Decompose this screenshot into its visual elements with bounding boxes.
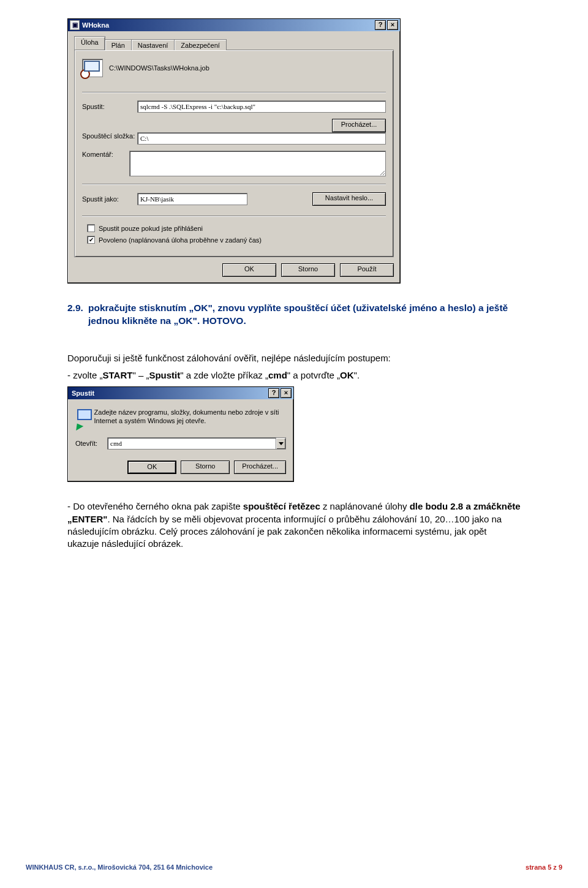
run-dialog: Spustit ? × Zadejte název programu, slož… <box>67 386 294 482</box>
checkbox-only-logged[interactable] <box>87 224 95 232</box>
run-close-button[interactable]: × <box>281 388 292 398</box>
task-app-icon <box>82 59 103 77</box>
run-titlebar[interactable]: Spustit ? × <box>68 387 293 399</box>
runas-input[interactable] <box>137 193 247 205</box>
comment-input[interactable] <box>129 151 386 176</box>
label-only-logged: Spustit pouze pokud jste přihlášeni <box>99 225 203 232</box>
run-browse-button[interactable]: Procházet... <box>234 461 286 474</box>
chevron-down-icon <box>279 441 284 446</box>
doc-para-bullet: - zvolte „START" – „Spustit" a zde vložt… <box>67 369 521 382</box>
tab-settings[interactable]: Nastavení <box>131 39 175 50</box>
apply-button[interactable]: Použít <box>340 263 394 277</box>
run-description: Zadejte název programu, složky, dokument… <box>94 408 286 425</box>
doc-step-heading: 2.9. pokračujte stisknutím „OK", znovu v… <box>67 302 521 328</box>
divider <box>82 184 386 185</box>
task-title: WHokna <box>82 21 109 29</box>
label-startfolder: Spouštěcí složka: <box>82 132 137 140</box>
divider <box>82 216 386 217</box>
tab-security[interactable]: Zabezpečení <box>174 39 227 50</box>
doc-para-after: - Do otevřeného černého okna pak zapište… <box>67 500 521 550</box>
help-button[interactable]: ? <box>375 20 386 30</box>
label-open: Otevřít: <box>75 440 107 447</box>
label-comment: Komentář: <box>82 151 129 158</box>
svg-marker-0 <box>279 442 284 445</box>
task-dialog: ▣ WHokna ? × Úloha Plán Nastavení Zabezp… <box>67 18 401 284</box>
command-input[interactable] <box>137 100 386 113</box>
step-number: 2.9. <box>67 302 88 328</box>
run-title: Spustit <box>72 389 94 397</box>
page-footer: WINKHAUS CR, s.r.o., Mirošovická 704, 25… <box>0 864 588 871</box>
close-button[interactable]: × <box>387 20 398 30</box>
step-text: pokračujte stisknutím „OK", znovu vyplňt… <box>88 302 521 328</box>
label-run: Spustit: <box>82 103 137 110</box>
footer-page: strana 5 z 9 <box>526 864 562 871</box>
run-help-button[interactable]: ? <box>268 388 279 398</box>
tab-task[interactable]: Úloha <box>74 36 105 50</box>
run-icon <box>75 408 88 427</box>
task-title-icon: ▣ <box>70 20 80 30</box>
open-dropdown-button[interactable] <box>276 437 286 450</box>
browse-button[interactable]: Procházet... <box>332 119 386 132</box>
set-password-button[interactable]: Nastavit heslo... <box>312 192 386 206</box>
divider <box>82 92 386 93</box>
ok-button[interactable]: OK <box>222 263 276 277</box>
start-folder-input[interactable] <box>137 132 386 145</box>
cancel-button[interactable]: Storno <box>281 263 335 277</box>
run-cancel-button[interactable]: Storno <box>181 461 230 474</box>
task-tabs: Úloha Plán Nastavení Zabezpečení <box>74 36 394 50</box>
footer-company: WINKHAUS CR, s.r.o., Mirošovická 704, 25… <box>26 864 213 871</box>
label-enabled: Povoleno (naplánovaná úloha proběhne v z… <box>99 236 262 244</box>
task-tab-body: C:\WINDOWS\Tasks\WHokna.job Spustit: Pro… <box>74 50 394 257</box>
checkbox-enabled[interactable]: ✔ <box>87 236 95 244</box>
doc-para-intro: Doporučuji si ještě funkčnost zálohování… <box>67 352 521 364</box>
task-titlebar[interactable]: ▣ WHokna ? × <box>68 19 400 31</box>
label-runas: Spustit jako: <box>82 195 137 203</box>
tab-schedule[interactable]: Plán <box>105 39 132 50</box>
run-ok-button[interactable]: OK <box>127 461 176 474</box>
open-input[interactable] <box>107 437 276 450</box>
task-path: C:\WINDOWS\Tasks\WHokna.job <box>109 64 209 72</box>
